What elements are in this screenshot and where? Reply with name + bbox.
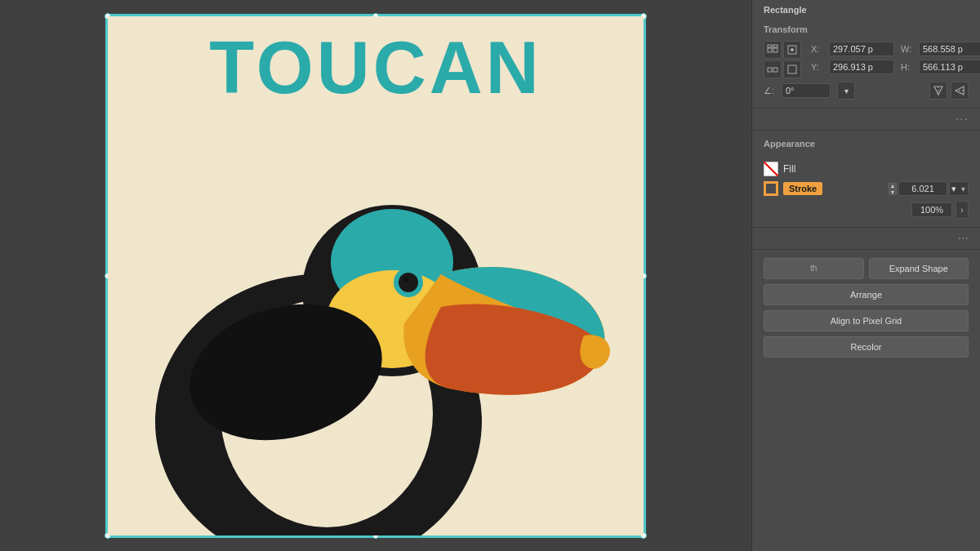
flip-h-icon[interactable]: [929, 82, 947, 100]
svg-rect-34: [788, 65, 796, 73]
stroke-unit-select[interactable]: ▾: [949, 181, 969, 196]
transform-label: Transform: [764, 24, 808, 34]
angle-row: ∠: ▾: [764, 82, 969, 100]
appearance-more-btn[interactable]: ···: [958, 231, 969, 245]
buttons-section: th Expand Shape Arrange Align to Pixel G…: [752, 250, 980, 366]
stroke-label[interactable]: Stroke: [783, 182, 822, 195]
h-input[interactable]: [919, 60, 980, 74]
opacity-row: ›: [764, 201, 969, 219]
transform-more-btn[interactable]: ···: [956, 112, 969, 126]
svg-rect-29: [773, 45, 777, 47]
recolor-btn[interactable]: Recolor: [764, 336, 969, 358]
transform-icon3[interactable]: [764, 60, 782, 78]
svg-point-7: [402, 276, 415, 289]
svg-rect-27: [773, 48, 777, 52]
flip-v-icon[interactable]: [951, 82, 969, 100]
h-label: H:: [901, 62, 915, 72]
artboard: TOUCAN: [106, 15, 645, 537]
fill-icon[interactable]: [764, 162, 778, 176]
transform-section: Transform X:: [752, 16, 980, 109]
y-row: Y: H:: [811, 60, 980, 74]
stroke-row: Stroke ▲ ▼ ▾: [764, 181, 969, 196]
toucan-illustration: [139, 111, 612, 535]
fill-row: Fill: [764, 162, 969, 176]
align-pixel-btn[interactable]: Align to Pixel Grid: [764, 310, 969, 331]
opacity-input[interactable]: [911, 202, 952, 217]
w-input[interactable]: [919, 42, 980, 56]
arrange-btn[interactable]: Arrange: [764, 284, 969, 305]
y-input[interactable]: [829, 60, 894, 74]
btn-row-1: th Expand Shape: [764, 258, 969, 279]
angle-label: ∠:: [764, 86, 778, 96]
angle-input[interactable]: [782, 83, 831, 98]
x-row: X: W:: [811, 42, 980, 56]
stroke-up-icon[interactable]: ▲: [889, 183, 897, 189]
stroke-value-input[interactable]: [898, 181, 947, 196]
svg-rect-32: [768, 68, 772, 72]
opacity-arrow[interactable]: ›: [956, 201, 969, 219]
svg-rect-28: [768, 45, 772, 47]
y-label: Y:: [811, 62, 826, 72]
canvas-area: TOUCAN: [0, 0, 751, 551]
transform-icon1[interactable]: [764, 41, 782, 59]
x-label: X:: [811, 44, 826, 54]
angle-dropdown[interactable]: ▾: [837, 82, 855, 100]
poster: TOUCAN: [108, 16, 644, 535]
svg-rect-26: [768, 48, 772, 52]
fill-label: Fill: [783, 163, 795, 175]
appearance-section: Appearance Fill Stroke ▲ ▼: [752, 131, 980, 228]
right-panel: Rectangle Transform: [751, 0, 980, 551]
stroke-value-spinner[interactable]: ▲ ▼: [889, 183, 897, 195]
poster-title: TOUCAN: [108, 16, 644, 104]
appearance-label: Appearance: [764, 139, 815, 149]
path-btn[interactable]: th: [764, 258, 864, 279]
stroke-down-icon[interactable]: ▼: [889, 189, 897, 195]
transform-icon4[interactable]: [783, 60, 801, 78]
svg-point-31: [791, 48, 794, 51]
stroke-color-box[interactable]: [764, 181, 778, 196]
expand-shape-btn[interactable]: Expand Shape: [869, 258, 969, 279]
svg-rect-33: [773, 68, 777, 72]
stroke-unit-wrapper[interactable]: ▾: [949, 181, 969, 196]
x-input[interactable]: [829, 42, 894, 56]
rectangle-label: Rectangle: [752, 0, 980, 16]
svg-point-8: [403, 278, 408, 282]
transform-icon2[interactable]: [783, 41, 801, 59]
w-label: W:: [901, 44, 915, 54]
